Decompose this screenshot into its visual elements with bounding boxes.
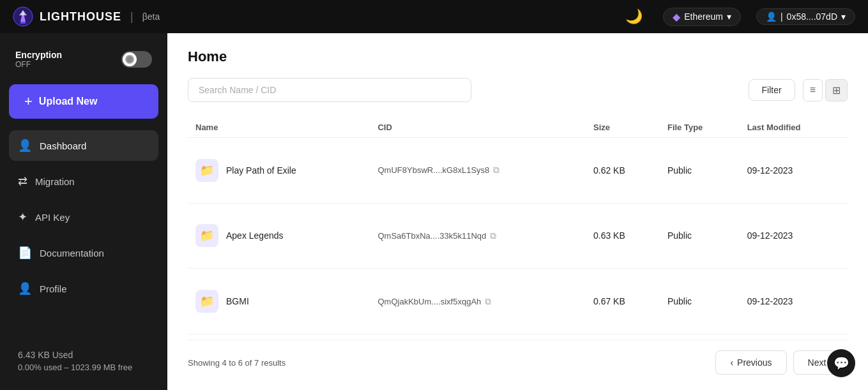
- encryption-text: Encryption OFF: [15, 50, 62, 69]
- file-name-1: Apex Legends: [226, 230, 284, 241]
- sidebar: Encryption OFF + Upload New 👤 Dashboard …: [0, 33, 167, 390]
- cell-file-type-1: Public: [660, 203, 740, 269]
- previous-button[interactable]: ‹ Previous: [715, 350, 786, 375]
- cell-cid-1: QmSa6TbxNa....33k5k11Nqd ⧉: [370, 203, 585, 269]
- cell-name-1: 📁 Apex Legends: [188, 203, 370, 269]
- page-title: Home: [188, 49, 848, 65]
- next-label: Next: [808, 357, 826, 368]
- encryption-toggle[interactable]: [121, 51, 152, 68]
- main-layout: Encryption OFF + Upload New 👤 Dashboard …: [0, 33, 868, 390]
- cid-value-1: QmSa6TbxNa....33k5k11Nqd: [377, 231, 486, 241]
- wallet-address: 0x58....07dD: [787, 11, 837, 22]
- sidebar-label-profile: Profile: [40, 283, 67, 294]
- svg-rect-3: [20, 22, 26, 24]
- encryption-row: Encryption OFF: [9, 45, 158, 74]
- cell-file-type-2: Public: [660, 269, 740, 334]
- network-selector[interactable]: ◆ Ethereum ▾: [663, 8, 741, 26]
- file-name-2: BGMI: [226, 296, 249, 306]
- app-name: LIGHTHOUSE: [40, 10, 121, 24]
- table-row: 📁 BGMI QmQjakKbUm....sixf5xqgAh ⧉ 0.67 K…: [188, 269, 848, 334]
- cell-name-2: 📁 BGMI: [188, 269, 370, 334]
- col-size: Size: [586, 117, 660, 138]
- folder-icon-0: 📁: [195, 159, 218, 182]
- view-toggle: ≡ ⊞: [803, 79, 848, 101]
- theme-toggle-icon[interactable]: 🌙: [625, 8, 643, 25]
- wallet-selector[interactable]: 👤 | 0x58....07dD ▾: [756, 8, 855, 25]
- grid-view-icon: ⊞: [832, 85, 841, 96]
- storage-used: 6.43 KB Used: [18, 350, 149, 360]
- logo: LIGHTHOUSE | βeta: [13, 6, 160, 27]
- plus-icon: +: [24, 93, 33, 110]
- cell-cid-2: QmQjakKbUm....sixf5xqgAh ⧉: [370, 269, 585, 334]
- table-header: Name CID Size File Type Last Modified: [188, 117, 848, 138]
- storage-used-amount: 6.43 KB: [18, 350, 50, 360]
- table-row: 📁 Play Path of Exile QmUF8YbswR....kG8xL…: [188, 138, 848, 204]
- sidebar-label-migration: Migration: [35, 176, 75, 187]
- cid-value-0: QmUF8YbswR....kG8xL1Sys8: [377, 165, 489, 175]
- cell-last-modified-2: 09-12-2023: [740, 269, 848, 334]
- main-content: Home Filter ≡ ⊞ Name CID Size File Ty: [167, 33, 868, 390]
- api-key-icon: ✦: [18, 210, 27, 224]
- cell-size-2: 0.67 KB: [586, 269, 660, 334]
- encryption-state: OFF: [15, 60, 62, 69]
- search-input[interactable]: [188, 78, 471, 102]
- folder-icon-1: 📁: [195, 224, 218, 247]
- list-view-icon: ≡: [810, 84, 816, 95]
- cell-size-1: 0.63 KB: [586, 203, 660, 269]
- network-dropdown-icon: ▾: [727, 11, 731, 22]
- cell-size-0: 0.62 KB: [586, 138, 660, 204]
- list-view-button[interactable]: ≡: [803, 79, 823, 101]
- filter-button[interactable]: Filter: [749, 79, 795, 101]
- sidebar-label-documentation: Documentation: [40, 248, 104, 259]
- encryption-label: Encryption: [15, 50, 62, 60]
- table-row: 📁 Apex Legends QmSa6TbxNa....33k5k11Nqd …: [188, 203, 848, 269]
- nav-separator: |: [130, 10, 133, 24]
- cell-last-modified-0: 09-12-2023: [740, 138, 848, 204]
- toolbar: Filter ≡ ⊞: [188, 78, 848, 102]
- profile-icon: 👤: [18, 281, 32, 296]
- storage-info: 6.43 KB Used 0.00% used – 1023.99 MB fre…: [9, 343, 158, 379]
- documentation-icon: 📄: [18, 246, 32, 260]
- pagination-bar: Showing 4 to 6 of 7 results ‹ Previous N…: [188, 340, 848, 375]
- table-body: 📁 Play Path of Exile QmUF8YbswR....kG8xL…: [188, 138, 848, 334]
- pagination-info: Showing 4 to 6 of 7 results: [188, 358, 286, 368]
- sidebar-label-dashboard: Dashboard: [40, 140, 86, 151]
- migration-icon: ⇄: [18, 174, 27, 188]
- copy-icon-2[interactable]: ⧉: [485, 296, 491, 307]
- col-name: Name: [188, 117, 370, 138]
- copy-icon-0[interactable]: ⧉: [493, 165, 499, 176]
- file-table: Name CID Size File Type Last Modified 📁 …: [188, 117, 848, 334]
- sidebar-item-dashboard[interactable]: 👤 Dashboard: [9, 130, 158, 161]
- cid-value-2: QmQjakKbUm....sixf5xqgAh: [377, 297, 481, 306]
- grid-view-button[interactable]: ⊞: [825, 79, 848, 101]
- storage-used-label: Used: [52, 350, 73, 360]
- previous-label: Previous: [737, 357, 772, 368]
- col-file-type: File Type: [660, 117, 740, 138]
- wallet-separator: |: [780, 11, 783, 22]
- dashboard-icon: 👤: [18, 139, 32, 153]
- chat-bubble[interactable]: 💬: [827, 349, 855, 377]
- top-navbar: LIGHTHOUSE | βeta 🌙 ◆ Ethereum ▾ 👤 | 0x5…: [0, 0, 868, 33]
- wallet-user-icon: 👤: [766, 11, 777, 22]
- col-cid: CID: [370, 117, 585, 138]
- app-version: βeta: [142, 11, 160, 22]
- toggle-knob: [123, 52, 137, 66]
- cell-name-0: 📁 Play Path of Exile: [188, 138, 370, 204]
- col-last-modified: Last Modified: [740, 117, 848, 138]
- file-name-0: Play Path of Exile: [226, 165, 296, 176]
- sidebar-item-documentation[interactable]: 📄 Documentation: [9, 237, 158, 268]
- sidebar-item-migration[interactable]: ⇄ Migration: [9, 166, 158, 197]
- sidebar-item-api-key[interactable]: ✦ API Key: [9, 202, 158, 232]
- prev-chevron-icon: ‹: [730, 357, 733, 368]
- sidebar-item-profile[interactable]: 👤 Profile: [9, 273, 158, 304]
- cell-last-modified-1: 09-12-2023: [740, 203, 848, 269]
- upload-new-button[interactable]: + Upload New: [9, 84, 158, 119]
- copy-icon-1[interactable]: ⧉: [490, 230, 496, 241]
- cell-file-type-0: Public: [660, 138, 740, 204]
- eth-diamond-icon: ◆: [673, 11, 680, 23]
- cell-cid-0: QmUF8YbswR....kG8xL1Sys8 ⧉: [370, 138, 585, 204]
- sidebar-label-api-key: API Key: [35, 212, 70, 223]
- network-label: Ethereum: [684, 11, 723, 22]
- wallet-dropdown-icon: ▾: [841, 11, 846, 22]
- logo-icon: [13, 6, 33, 27]
